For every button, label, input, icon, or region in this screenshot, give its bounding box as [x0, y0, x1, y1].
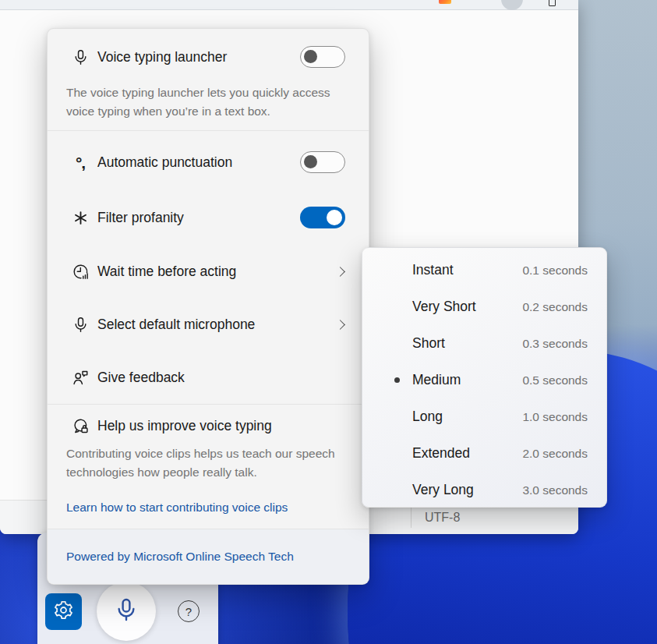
option-label: Very Long: [412, 482, 522, 498]
menu-item-label: Give feedback: [97, 370, 345, 386]
extension-icon: [549, 0, 556, 6]
section-divider: [48, 130, 369, 131]
section-divider: [48, 529, 369, 529]
wait-time-submenu: Instant 0.1 seconds Very Short 0.2 secon…: [362, 247, 607, 508]
toggle-knob: [304, 155, 317, 168]
menu-item-filter-profanity[interactable]: Filter profanity: [48, 190, 369, 245]
clock-bars-icon: [63, 263, 97, 281]
toggle-knob: [327, 210, 342, 225]
option-label: Very Short: [412, 299, 522, 315]
wait-option-very-short[interactable]: Very Short 0.2 seconds: [362, 288, 606, 325]
microphone-icon: [63, 48, 97, 66]
menu-item-select-default-microphone[interactable]: Select default microphone: [48, 298, 369, 351]
wait-option-very-long[interactable]: Very Long 3.0 seconds: [362, 472, 606, 508]
menu-item-label: Select default microphone: [97, 317, 337, 333]
option-value: 0.2 seconds: [522, 300, 588, 314]
option-value: 0.3 seconds: [522, 337, 588, 351]
option-label: Instant: [412, 262, 522, 278]
feedback-person-icon: [63, 369, 97, 387]
voice-typing-mic-button[interactable]: [97, 582, 156, 641]
option-value: 0.1 seconds: [522, 264, 588, 278]
microphone-icon: [63, 316, 97, 334]
background-window-toolbar: [0, 0, 578, 10]
filter-profanity-toggle[interactable]: [300, 207, 345, 228]
option-label: Medium: [412, 372, 522, 388]
settings-button[interactable]: [45, 593, 82, 630]
menu-item-give-feedback[interactable]: Give feedback: [48, 351, 369, 404]
flyout-footer: Powered by Microsoft Online Speech Tech: [48, 529, 369, 584]
asterisk-icon: [63, 210, 97, 226]
menu-item-wait-time[interactable]: Wait time before acting: [48, 245, 369, 298]
menu-item-label: Wait time before acting: [97, 264, 337, 280]
wait-option-long[interactable]: Long 1.0 seconds: [362, 398, 606, 435]
menu-item-voice-typing-launcher[interactable]: Voice typing launcher: [48, 35, 369, 79]
menu-item-label: Help us improve voice typing: [97, 418, 345, 434]
microphone-icon: [113, 596, 140, 626]
punctuation-icon: °,: [63, 154, 97, 171]
status-bar-divider: [411, 508, 412, 528]
browser-icon: [439, 0, 451, 4]
option-label: Extended: [412, 445, 522, 462]
screen: UTF-8 ?: [0, 0, 657, 644]
chevron-right-icon: [335, 320, 345, 330]
toggle-knob: [304, 50, 317, 63]
automatic-punctuation-toggle[interactable]: [300, 151, 345, 173]
help-button[interactable]: ?: [178, 600, 200, 622]
menu-item-label: Voice typing launcher: [97, 49, 300, 65]
option-value: 1.0 seconds: [522, 410, 588, 424]
option-label: Short: [412, 335, 522, 352]
menu-item-label: Automatic punctuation: [97, 154, 300, 171]
chevron-right-icon: [335, 267, 345, 277]
powered-by-link[interactable]: Powered by Microsoft Online Speech Tech: [66, 550, 294, 564]
wait-option-instant[interactable]: Instant 0.1 seconds: [362, 252, 606, 288]
menu-item-label: Filter profanity: [97, 210, 300, 226]
help-description: Contributing voice clips helps us teach …: [66, 444, 350, 482]
avatar: [501, 0, 523, 10]
option-value: 0.5 seconds: [522, 373, 588, 387]
wait-option-medium[interactable]: Medium 0.5 seconds: [362, 362, 606, 398]
speech-bubble-lock-icon: [63, 417, 97, 435]
menu-item-automatic-punctuation[interactable]: °, Automatic punctuation: [48, 136, 369, 189]
selected-bullet-icon: [381, 377, 412, 383]
wait-option-extended[interactable]: Extended 2.0 seconds: [362, 435, 606, 472]
question-mark-icon: ?: [185, 605, 192, 618]
gear-icon: [53, 600, 74, 624]
option-value: 3.0 seconds: [522, 483, 588, 497]
voice-typing-settings-flyout: Voice typing launcher The voice typing l…: [47, 28, 369, 585]
option-label: Long: [412, 409, 522, 425]
wait-option-short[interactable]: Short 0.3 seconds: [362, 325, 606, 362]
section-divider: [48, 404, 369, 405]
contribute-voice-clips-link[interactable]: Learn how to start contributing voice cl…: [66, 501, 288, 515]
option-value: 2.0 seconds: [522, 447, 588, 461]
voice-typing-launcher-toggle[interactable]: [300, 46, 345, 68]
menu-item-help-us-improve[interactable]: Help us improve voice typing: [48, 405, 369, 446]
launcher-description: The voice typing launcher lets you quick…: [66, 83, 350, 121]
